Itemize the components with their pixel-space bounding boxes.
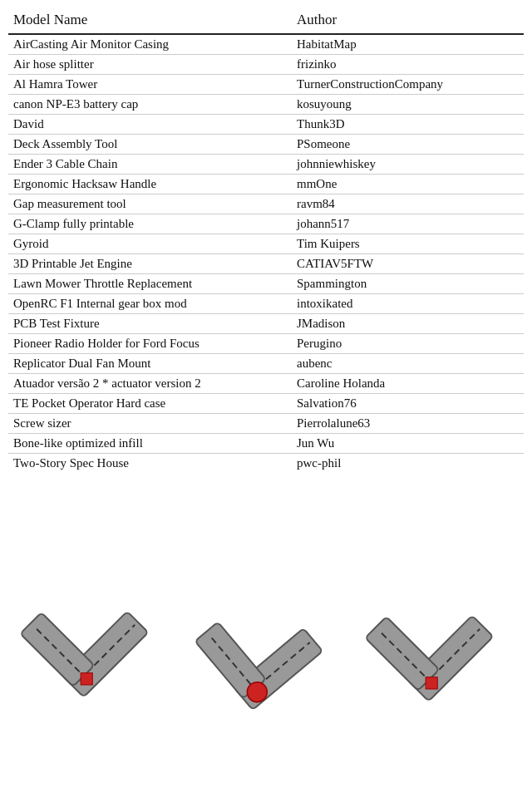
table-row: Two-Story Spec Housepwc-phil — [8, 454, 524, 474]
table-row: Air hose splitterfrizinko — [8, 55, 524, 75]
table-row: Atuador versão 2 * actuator version 2Car… — [8, 374, 524, 394]
author-cell: Thunk3D — [292, 115, 524, 135]
table-row: Ergonomic Hacksaw HandlemmOne — [8, 175, 524, 194]
model-name-cell: Deck Assembly Tool — [8, 135, 292, 155]
model-name-cell: Bone-like optimized infill — [8, 434, 292, 454]
table-row: Deck Assembly ToolPSomeone — [8, 135, 524, 155]
model-name-header: Model Name — [8, 8, 292, 34]
model-name-cell: 3D Printable Jet Engine — [8, 254, 292, 274]
model-name-cell: Ergonomic Hacksaw Handle — [8, 175, 292, 194]
author-cell: Perugino — [292, 334, 524, 354]
table-row: canon NP-E3 battery capkosuyoung — [8, 95, 524, 115]
table-row: Al Hamra TowerTurnerConstructionCompany — [8, 75, 524, 95]
author-cell: Caroline Holanda — [292, 374, 524, 394]
author-cell: johann517 — [292, 214, 524, 234]
author-cell: Jun Wu — [292, 434, 524, 454]
table-row: GyroidTim Kuipers — [8, 234, 524, 254]
table-row: Replicator Dual Fan Mountaubenc — [8, 354, 524, 374]
model-name-cell: AirCasting Air Monitor Casing — [8, 34, 292, 55]
table-row: OpenRC F1 Internal gear box modintoxikat… — [8, 294, 524, 314]
author-cell: Tim Kuipers — [292, 234, 524, 254]
table-row: AirCasting Air Monitor CasingHabitatMap — [8, 34, 524, 55]
model-name-cell: Replicator Dual Fan Mount — [8, 354, 292, 374]
author-header: Author — [292, 8, 524, 34]
author-cell: frizinko — [292, 55, 524, 75]
author-cell: Pierrolalune63 — [292, 414, 524, 434]
author-cell: Spammington — [292, 274, 524, 294]
model-name-cell: Two-Story Spec House — [8, 454, 292, 474]
model-name-cell: Gyroid — [8, 234, 292, 254]
author-cell: Salvation76 — [292, 394, 524, 414]
model-name-cell: Ender 3 Cable Chain — [8, 155, 292, 175]
author-cell: ravm84 — [292, 194, 524, 214]
table-row: 3D Printable Jet EngineCATIAV5FTW — [8, 254, 524, 274]
author-cell: HabitatMap — [292, 34, 524, 55]
models-table: Model Name Author AirCasting Air Monitor… — [8, 8, 524, 473]
model-name-cell: PCB Test Fixture — [8, 314, 292, 334]
model-name-cell: Al Hamra Tower — [8, 75, 292, 95]
model-name-cell: Screw sizer — [8, 414, 292, 434]
author-cell: pwc-phil — [292, 454, 524, 474]
model-name-cell: TE Pocket Operator Hard case — [8, 394, 292, 414]
model-name-cell: Air hose splitter — [8, 55, 292, 75]
main-container: Model Name Author AirCasting Air Monitor… — [0, 0, 532, 473]
author-cell: aubenc — [292, 354, 524, 374]
author-cell: JMadison — [292, 314, 524, 334]
table-row: G-Clamp fully printablejohann517 — [8, 214, 524, 234]
table-row: PCB Test FixtureJMadison — [8, 314, 524, 334]
model-name-cell: David — [8, 115, 292, 135]
illustration-area — [0, 490, 532, 722]
author-cell: johnniewhiskey — [292, 155, 524, 175]
model-name-cell: OpenRC F1 Internal gear box mod — [8, 294, 292, 314]
author-cell: PSomeone — [292, 135, 524, 155]
author-cell: TurnerConstructionCompany — [292, 75, 524, 95]
model-name-cell: Pioneer Radio Holder for Ford Focus — [8, 334, 292, 354]
model-name-cell: canon NP-E3 battery cap — [8, 95, 292, 115]
table-row: Ender 3 Cable Chainjohnniewhiskey — [8, 155, 524, 175]
table-row: Pioneer Radio Holder for Ford FocusPerug… — [8, 334, 524, 354]
model-name-cell: G-Clamp fully printable — [8, 214, 292, 234]
author-cell: CATIAV5FTW — [292, 254, 524, 274]
table-row: Screw sizerPierrolalune63 — [8, 414, 524, 434]
model-name-cell: Lawn Mower Throttle Replacement — [8, 274, 292, 294]
table-row: Bone-like optimized infillJun Wu — [8, 434, 524, 454]
table-row: TE Pocket Operator Hard caseSalvation76 — [8, 394, 524, 414]
table-row: Gap measurement toolravm84 — [8, 194, 524, 214]
model-name-cell: Atuador versão 2 * actuator version 2 — [8, 374, 292, 394]
bracket-illustration — [0, 514, 532, 722]
table-row: Lawn Mower Throttle ReplacementSpammingt… — [8, 274, 524, 294]
table-row: DavidThunk3D — [8, 115, 524, 135]
author-cell: mmOne — [292, 175, 524, 194]
author-cell: kosuyoung — [292, 95, 524, 115]
model-name-cell: Gap measurement tool — [8, 194, 292, 214]
author-cell: intoxikated — [292, 294, 524, 314]
